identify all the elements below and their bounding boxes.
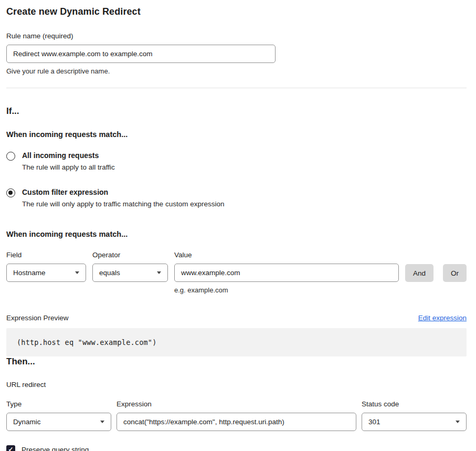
chevron-down-icon: [100, 421, 104, 423]
option-label: Custom filter expression: [22, 188, 224, 196]
expression-preview-code: (http.host eq "www.example.com"): [6, 328, 467, 356]
redirect-expression-input[interactable]: [117, 413, 356, 431]
type-column: Type Dynamic: [6, 400, 111, 431]
filter-builder-heading: When incoming requests match...: [6, 230, 467, 238]
edit-expression-link[interactable]: Edit expression: [418, 314, 467, 322]
section-divider: [6, 88, 467, 88]
chevron-down-icon: [456, 421, 460, 423]
operator-label: Operator: [92, 251, 168, 259]
type-select-value: Dynamic: [13, 418, 41, 426]
and-or-buttons: And Or: [405, 251, 467, 282]
expression-preview-label: Expression Preview: [6, 314, 69, 322]
checkbox-checked-icon[interactable]: ✓: [6, 445, 15, 451]
radio-option-custom-expression[interactable]: Custom filter expression The rule will o…: [6, 188, 467, 208]
operator-select[interactable]: equals: [92, 264, 168, 282]
create-redirect-form: Create new Dynamic Redirect Rule name (r…: [0, 0, 476, 451]
type-label: Type: [6, 400, 111, 408]
field-label: Field: [6, 251, 86, 259]
or-button[interactable]: Or: [443, 264, 467, 282]
rule-name-label: Rule name (required): [6, 32, 467, 40]
expression-column: Expression: [117, 400, 356, 431]
incoming-match-heading: When incoming requests match...: [6, 130, 467, 139]
option-description: The rule will apply to all traffic: [22, 163, 115, 171]
chevron-down-icon: [75, 271, 79, 274]
field-select[interactable]: Hostname: [6, 264, 86, 282]
radio-checked-icon[interactable]: [6, 188, 15, 197]
filter-builder-row: Field Hostname Operator equals Value e.g…: [6, 251, 467, 294]
value-input[interactable]: [174, 264, 399, 282]
option-description: The rule will only apply to traffic matc…: [22, 200, 224, 208]
expression-preview-header: Expression Preview Edit expression: [6, 314, 467, 322]
url-redirect-label: URL redirect: [6, 381, 467, 389]
chevron-down-icon: [157, 271, 161, 274]
field-select-value: Hostname: [13, 269, 46, 277]
then-heading: Then...: [6, 356, 467, 367]
rule-name-help: Give your rule a descriptive name.: [6, 67, 467, 75]
status-code-column: Status code 301: [362, 400, 467, 431]
rule-name-group: Rule name (required) Give your rule a de…: [6, 32, 467, 75]
if-heading: If...: [6, 106, 467, 117]
radio-unchecked-icon[interactable]: [6, 152, 15, 161]
operator-select-value: equals: [99, 269, 120, 277]
radio-option-all-requests[interactable]: All incoming requests The rule will appl…: [6, 151, 467, 171]
value-column: Value e.g. example.com: [174, 251, 399, 294]
value-label: Value: [174, 251, 399, 259]
type-select[interactable]: Dynamic: [6, 413, 111, 431]
option-text: All incoming requests The rule will appl…: [22, 151, 115, 171]
status-code-label: Status code: [362, 400, 467, 408]
redirect-config-row: Type Dynamic Expression Status code 301: [6, 400, 467, 431]
expression-label: Expression: [117, 400, 356, 408]
status-code-select-value: 301: [368, 418, 380, 426]
rule-name-input[interactable]: [6, 45, 276, 63]
page-title: Create new Dynamic Redirect: [6, 6, 467, 17]
and-button[interactable]: And: [405, 264, 433, 282]
preserve-query-checkbox-row[interactable]: ✓ Preserve query string: [6, 445, 467, 451]
operator-column: Operator equals: [92, 251, 168, 282]
status-code-select[interactable]: 301: [362, 413, 467, 431]
preserve-query-label: Preserve query string: [22, 446, 89, 451]
option-label: All incoming requests: [22, 151, 115, 160]
value-help: e.g. example.com: [174, 286, 399, 294]
option-text: Custom filter expression The rule will o…: [22, 188, 224, 208]
field-column: Field Hostname: [6, 251, 86, 282]
